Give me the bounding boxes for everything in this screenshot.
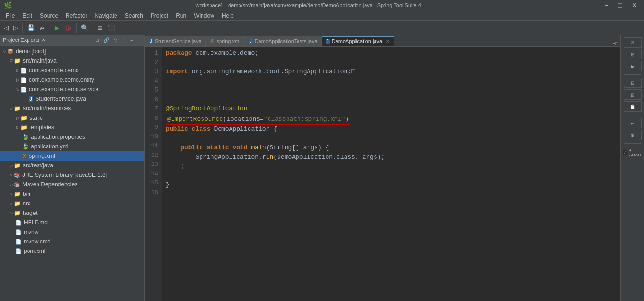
autocomplete-label: ● AutoC bbox=[629, 148, 642, 157]
code-line bbox=[166, 171, 616, 181]
rp-btn1[interactable]: ✕ bbox=[624, 37, 642, 48]
rp-btn2[interactable]: ⊞ bbox=[624, 49, 642, 59]
tree-item[interactable]: ▷📚Maven Dependencies bbox=[0, 180, 144, 189]
rp-btn4[interactable]: ⊟ bbox=[624, 78, 642, 88]
toolbar-save-btn[interactable]: 💾 bbox=[25, 22, 37, 34]
explorer-maximize-btn[interactable]: □ bbox=[135, 37, 142, 44]
toolbar-console-btn[interactable]: ⬛ bbox=[106, 22, 117, 34]
tree-item[interactable]: Xspring.xml bbox=[0, 151, 144, 161]
tree-item-label: JRE System Library [JavaSE-1.8] bbox=[22, 172, 107, 178]
tree-item[interactable]: 🍃application.yml bbox=[0, 142, 144, 151]
tree-item[interactable]: ▽📁src/main/java bbox=[0, 56, 144, 66]
tab-label: DemoApplicationTests.java bbox=[255, 39, 317, 44]
titlebar-icon: 🌿 bbox=[4, 1, 12, 9]
tree-item[interactable]: JStudentService.java bbox=[0, 94, 144, 104]
toolbar-sep1 bbox=[22, 23, 23, 33]
tree-item[interactable]: ▷📁target bbox=[0, 208, 144, 218]
rp-btn5[interactable]: ⊞ bbox=[624, 89, 642, 100]
line-number: 15 bbox=[149, 178, 158, 188]
rp-btn3[interactable]: ▶ bbox=[624, 61, 642, 71]
tree-item-label: src/test/java bbox=[23, 162, 53, 169]
code-line: } bbox=[166, 180, 616, 190]
editor-tab-StudentService-java[interactable]: JStudentService.java bbox=[145, 36, 206, 46]
tree-item[interactable]: ▷📄com.example.demo.entity bbox=[0, 75, 144, 85]
menubar-item-project[interactable]: Project bbox=[147, 10, 172, 21]
menubar-item-refactor[interactable]: Refactor bbox=[62, 10, 91, 21]
toolbar-search-btn[interactable]: 🔍 bbox=[79, 22, 90, 34]
tree-item[interactable]: ▷📁static bbox=[0, 113, 144, 123]
tree-item[interactable]: ▽📄com.example.demo.service bbox=[0, 85, 144, 94]
tree-item-label: mvnw bbox=[24, 229, 38, 235]
tree-item[interactable]: 📄mvnw.cmd bbox=[0, 237, 144, 246]
menubar-item-edit[interactable]: Edit bbox=[19, 10, 36, 21]
toolbar-print-btn[interactable]: 🖨 bbox=[38, 22, 48, 34]
tree-item[interactable]: ▽📦demo [boot] bbox=[0, 47, 144, 56]
titlebar-title: workspace1 - demo/src/main/java/com/exam… bbox=[15, 2, 602, 8]
menubar-item-source[interactable]: Source bbox=[36, 10, 62, 21]
toolbar-run-btn[interactable]: ▶ bbox=[53, 22, 61, 34]
explorer-menu-btn[interactable]: ⋮ bbox=[120, 37, 128, 44]
tree-item[interactable]: ▷📁templates bbox=[0, 123, 144, 132]
right-panel: ✕ ⊞ ▶ ⊟ ⊞ 📋 ↩ ⚙ ✓ ● AutoC bbox=[620, 35, 644, 301]
tree-item[interactable]: 📄HELP.md bbox=[0, 218, 144, 227]
menubar: FileEditSourceRefactorNavigateSearchProj… bbox=[0, 10, 644, 21]
line-number: 9 bbox=[149, 123, 158, 132]
menubar-item-search[interactable]: Search bbox=[121, 10, 147, 21]
editor-tab-DemoApplicationTests-java[interactable]: JDemoApplicationTests.java bbox=[245, 36, 322, 46]
explorer-link-btn[interactable]: 🔗 bbox=[102, 37, 111, 44]
explorer-tree: ▽📦demo [boot]▽📁src/main/java▷📄com.exampl… bbox=[0, 46, 144, 301]
tree-item[interactable]: ▷📁src/test/java bbox=[0, 161, 144, 170]
rp-btn8[interactable]: ⚙ bbox=[624, 130, 642, 140]
tree-item[interactable]: ▷📚JRE System Library [JavaSE-1.8] bbox=[0, 170, 144, 180]
editor-maximize-btn[interactable]: □ bbox=[615, 41, 618, 46]
minimize-button[interactable]: − bbox=[602, 1, 611, 9]
code-line: package com.example.demo; bbox=[166, 49, 616, 58]
tree-item[interactable]: ▷📄com.example.demo bbox=[0, 66, 144, 75]
tree-item-label: templates bbox=[29, 124, 54, 131]
tree-item[interactable]: 🍃application.properties bbox=[0, 132, 144, 142]
tree-item[interactable]: ▷📁bin bbox=[0, 189, 144, 199]
line-number: 10 bbox=[149, 132, 158, 142]
menubar-item-navigate[interactable]: Navigate bbox=[91, 10, 121, 21]
tree-item[interactable]: ▷📁src bbox=[0, 199, 144, 208]
line-number: 12 bbox=[149, 151, 158, 160]
tab-close-icon[interactable]: ✕ bbox=[386, 39, 390, 44]
tree-item[interactable]: ▽📁src/main/resources bbox=[0, 104, 144, 113]
explorer-collapse-btn[interactable]: ⊟ bbox=[94, 37, 101, 44]
editor-controls: −□ bbox=[613, 41, 620, 46]
code-line: public class DemoApplication { bbox=[166, 125, 616, 134]
explorer-minimize-btn[interactable]: − bbox=[129, 37, 135, 44]
menubar-item-file[interactable]: File bbox=[2, 10, 19, 21]
menubar-item-window[interactable]: Window bbox=[190, 10, 218, 21]
maximize-button[interactable]: □ bbox=[615, 1, 625, 9]
code-content[interactable]: package com.example.demo; import org.spr… bbox=[162, 47, 620, 301]
explorer-filter-btn[interactable]: ▽ bbox=[112, 37, 119, 44]
tree-item-label: demo [boot] bbox=[16, 48, 46, 55]
code-line bbox=[166, 58, 616, 68]
tree-item[interactable]: 📄mvnw bbox=[0, 227, 144, 237]
tab-label: DemoApplication.java bbox=[332, 39, 382, 44]
toolbar-sep2 bbox=[50, 23, 50, 33]
rp-sep3 bbox=[624, 143, 641, 144]
menubar-item-run[interactable]: Run bbox=[172, 10, 190, 21]
toolbar-fwd-btn[interactable]: ▷ bbox=[11, 22, 20, 34]
explorer-toolbar: ⊟ 🔗 ▽ ⋮ − □ bbox=[94, 37, 142, 44]
rp-btn6[interactable]: 📋 bbox=[624, 101, 642, 112]
autocomplete-checkbox[interactable]: ✓ bbox=[623, 150, 627, 155]
tree-item-label: src bbox=[23, 200, 30, 207]
tree-item[interactable]: 📄pom.xml bbox=[0, 246, 144, 256]
rp-btn7[interactable]: ↩ bbox=[624, 118, 642, 128]
toolbar-debug-btn[interactable]: 🐞 bbox=[62, 22, 74, 34]
toolbar-back-btn[interactable]: ◁ bbox=[2, 22, 10, 34]
tree-item-label: com.example.demo.service bbox=[29, 86, 98, 93]
tree-item-label: Maven Dependencies bbox=[22, 181, 77, 188]
toolbar: ◁ ▷ 💾 🖨 ▶ 🐞 🔍 ⊞ ⬛ bbox=[0, 21, 644, 35]
editor-tab-DemoApplication-java[interactable]: JDemoApplication.java✕ bbox=[322, 36, 394, 46]
toolbar-perspective-btn[interactable]: ⊞ bbox=[96, 22, 105, 34]
close-button[interactable]: ✕ bbox=[629, 1, 640, 9]
line-number: 14 bbox=[149, 169, 158, 179]
menubar-item-help[interactable]: Help bbox=[218, 10, 238, 21]
code-line: SpringApplication.run(DemoApplication.cl… bbox=[166, 153, 616, 162]
editor-tab-spring-xml[interactable]: Xspring.xml bbox=[206, 36, 245, 46]
line-number: 5 bbox=[149, 86, 158, 95]
